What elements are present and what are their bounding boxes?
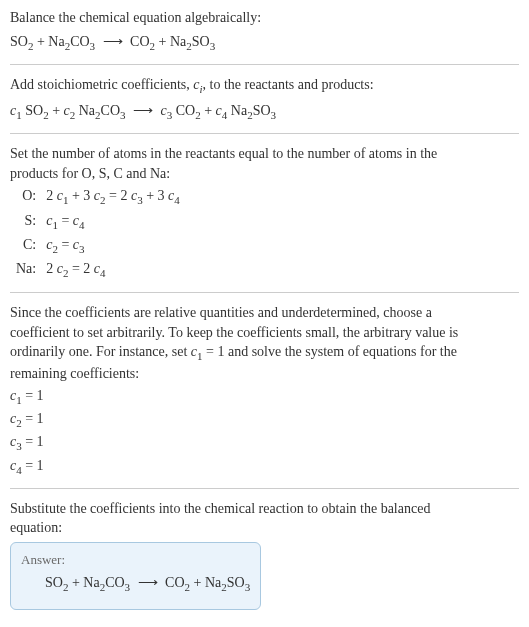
element-label: O: [14, 185, 44, 209]
coeff-row: c3 = 1 [10, 432, 519, 454]
coeff-row: c4 = 1 [10, 456, 519, 478]
table-row: C: c2 = c3 [14, 234, 186, 258]
species-na2so3: Na2SO3 [170, 34, 215, 49]
element-equation: 2 c1 + 3 c2 = 2 c3 + 3 c4 [44, 185, 186, 209]
coefficient-list: c1 = 1 c2 = 1 c3 = 1 c4 = 1 [10, 386, 519, 478]
solve-text-2: coefficient to set arbitrarily. To keep … [10, 323, 519, 343]
atoms-intro-2: products for O, S, C and Na: [10, 164, 519, 184]
species-co2: CO2 [130, 34, 155, 49]
stoich-text: Add stoichiometric coefficients, ci, to … [10, 75, 519, 97]
atoms-intro-1: Set the number of atoms in the reactants… [10, 144, 519, 164]
intro-section: Balance the chemical equation algebraica… [10, 8, 519, 54]
element-label: S: [14, 210, 44, 234]
solve-section: Since the coefficients are relative quan… [10, 303, 519, 478]
element-label: Na: [14, 258, 44, 282]
species-na2co3: Na2CO3 [48, 34, 95, 49]
species-so2: SO2 [45, 575, 68, 590]
solve-text-4: remaining coefficients: [10, 364, 519, 384]
stoich-section: Add stoichiometric coefficients, ci, to … [10, 75, 519, 123]
stoich-equation: c1 SO2 + c2 Na2CO3 ⟶ c3 CO2 + c4 Na2SO3 [10, 101, 519, 123]
intro-equation: SO2 + Na2CO3 ⟶ CO2 + Na2SO3 [10, 32, 519, 54]
element-equation: 2 c2 = 2 c4 [44, 258, 186, 282]
answer-label: Answer: [21, 551, 250, 569]
substitute-section: Substitute the coefficients into the che… [10, 499, 519, 611]
divider [10, 133, 519, 134]
answer-box: Answer: SO2 + Na2CO3 ⟶ CO2 + Na2SO3 [10, 542, 261, 610]
solve-text-3: ordinarily one. For instance, set c1 = 1… [10, 342, 519, 364]
element-label: C: [14, 234, 44, 258]
subst-text-2: equation: [10, 518, 519, 538]
arrow-icon: ⟶ [138, 573, 158, 593]
species-co2: CO2 [165, 575, 190, 590]
coeff-row: c1 = 1 [10, 386, 519, 408]
atoms-section: Set the number of atoms in the reactants… [10, 144, 519, 282]
solve-text-1: Since the coefficients are relative quan… [10, 303, 519, 323]
species-na2so3: Na2SO3 [205, 575, 250, 590]
species-so2: SO2 [10, 34, 33, 49]
element-equation: c1 = c4 [44, 210, 186, 234]
table-row: O: 2 c1 + 3 c2 = 2 c3 + 3 c4 [14, 185, 186, 209]
arrow-icon: ⟶ [133, 101, 153, 121]
coeff-row: c2 = 1 [10, 409, 519, 431]
intro-text: Balance the chemical equation algebraica… [10, 8, 519, 28]
table-row: S: c1 = c4 [14, 210, 186, 234]
element-equation: c2 = c3 [44, 234, 186, 258]
divider [10, 488, 519, 489]
divider [10, 64, 519, 65]
subst-text-1: Substitute the coefficients into the che… [10, 499, 519, 519]
divider [10, 292, 519, 293]
arrow-icon: ⟶ [103, 32, 123, 52]
species-na2co3: Na2CO3 [83, 575, 130, 590]
atom-balance-table: O: 2 c1 + 3 c2 = 2 c3 + 3 c4 S: c1 = c4 … [14, 185, 186, 282]
table-row: Na: 2 c2 = 2 c4 [14, 258, 186, 282]
answer-equation: SO2 + Na2CO3 ⟶ CO2 + Na2SO3 [21, 573, 250, 595]
